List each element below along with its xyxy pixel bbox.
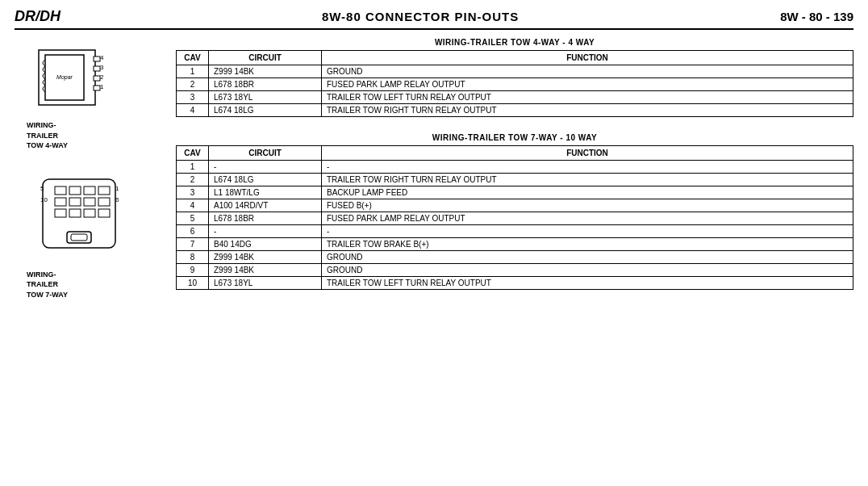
cell-circuit: L674 18LG (209, 174, 322, 186)
table1-title: WIRING-TRAILER TOW 4-WAY - 4 WAY (176, 38, 853, 47)
cell-function: TRAILER TOW RIGHT TURN RELAY OUTPUT (322, 104, 853, 117)
cell-function: TRAILER TOW LEFT TURN RELAY OUTPUT (322, 277, 853, 290)
cell-cav: 7 (177, 238, 209, 251)
table1-section: WIRING-TRAILER TOW 4-WAY - 4 WAY CAV CIR… (176, 38, 853, 117)
cell-circuit: Z999 14BK (209, 65, 322, 78)
svg-rect-21 (69, 209, 81, 217)
table-row: 10 L673 18YL TRAILER TOW LEFT TURN RELAY… (177, 277, 853, 290)
cell-cav: 4 (177, 104, 209, 117)
svg-rect-12 (55, 186, 66, 195)
diagram-7way-block: 5 10 1 6 WIRING- TRAILER TOW 7-WAY (15, 175, 160, 300)
cell-circuit: B40 14DG (209, 238, 322, 251)
table1-header-row: CAV CIRCUIT FUNCTION (177, 51, 853, 65)
cell-cav: 3 (177, 91, 209, 104)
header-center: 8W-80 CONNECTOR PIN-OUTS (322, 10, 519, 23)
svg-text:5: 5 (40, 185, 44, 192)
table1-col-cav: CAV (177, 51, 209, 65)
diagram2-line1: WIRING- (27, 270, 160, 280)
table-row: 4 A100 14RD/VT FUSED B(+) (177, 199, 853, 212)
table1-body: 1 Z999 14BK GROUND 2 L678 18BR FUSED PAR… (177, 65, 853, 117)
table1-col-function: FUNCTION (322, 51, 853, 65)
connector-4way-svg: Mopar 4 3 2 1 (23, 42, 160, 116)
svg-text:1: 1 (115, 185, 119, 192)
table-row: 8 Z999 14BK GROUND (177, 251, 853, 264)
table-row: 6 - - (177, 225, 853, 238)
diagram1-line1: WIRING- (27, 120, 160, 131)
table1-col-circuit: CIRCUIT (209, 51, 322, 65)
cell-function: FUSED B(+) (322, 199, 853, 212)
cell-circuit: Z999 14BK (209, 264, 322, 277)
header-page: 8W - 80 - 139 (780, 10, 853, 23)
table-row: 2 L678 18BR FUSED PARK LAMP RELAY OUTPUT (177, 78, 853, 91)
svg-rect-16 (55, 198, 66, 206)
connector-7way-svg: 5 10 1 6 (23, 175, 160, 266)
diagram1-line2: TRAILER (27, 131, 160, 141)
cell-circuit: L674 18LG (209, 104, 322, 117)
svg-rect-23 (98, 209, 110, 217)
table-row: 1 Z999 14BK GROUND (177, 65, 853, 78)
svg-text:3: 3 (100, 64, 104, 71)
cell-circuit: - (209, 225, 322, 238)
cell-function: GROUND (322, 65, 853, 78)
cell-cav: 4 (177, 199, 209, 212)
table2-section: WIRING-TRAILER TOW 7-WAY - 10 WAY CAV CI… (176, 133, 853, 290)
table-row: 3 L673 18YL TRAILER TOW LEFT TURN RELAY … (177, 91, 853, 104)
svg-rect-15 (98, 186, 110, 195)
cell-function: TRAILER TOW RIGHT TURN RELAY OUTPUT (322, 174, 853, 186)
cell-function: TRAILER TOW BRAKE B(+) (322, 238, 853, 251)
svg-text:2: 2 (100, 73, 104, 81)
tables-column: WIRING-TRAILER TOW 4-WAY - 4 WAY CAV CIR… (176, 38, 853, 325)
svg-rect-13 (69, 186, 81, 195)
cell-function: FUSED PARK LAMP RELAY OUTPUT (322, 78, 853, 91)
diagram1-line3: TOW 4-WAY (27, 140, 160, 151)
diagram-4way-block: Mopar 4 3 2 1 WIRING- TRA (15, 42, 160, 151)
cell-function: - (322, 161, 853, 174)
svg-rect-8 (94, 66, 100, 71)
main-content: Mopar 4 3 2 1 WIRING- TRA (15, 38, 853, 325)
svg-text:1: 1 (100, 83, 104, 90)
diagram-7way-label: WIRING- TRAILER TOW 7-WAY (27, 270, 160, 300)
cell-cav: 5 (177, 212, 209, 225)
table-row: 1 - - (177, 161, 853, 174)
cell-circuit: L1 18WT/LG (209, 186, 322, 199)
cell-circuit: L678 18BR (209, 78, 322, 91)
svg-rect-22 (84, 209, 95, 217)
svg-rect-9 (94, 76, 100, 81)
table2-col-circuit: CIRCUIT (209, 146, 322, 161)
svg-rect-20 (55, 209, 66, 217)
svg-rect-19 (98, 198, 110, 206)
cell-cav: 6 (177, 225, 209, 238)
svg-text:6: 6 (115, 196, 119, 203)
cell-cav: 3 (177, 186, 209, 199)
header-title: 8W-80 CONNECTOR PIN-OUTS (322, 10, 519, 23)
table1: CAV CIRCUIT FUNCTION 1 Z999 14BK GROUND … (176, 50, 853, 117)
cell-circuit: L673 18YL (209, 91, 322, 104)
svg-rect-14 (84, 186, 95, 195)
svg-text:4: 4 (100, 54, 104, 61)
header: DR/DH 8W-80 CONNECTOR PIN-OUTS 8W - 80 -… (15, 8, 853, 30)
cell-function: GROUND (322, 251, 853, 264)
diagram2-line2: TRAILER (27, 279, 160, 290)
table2-col-function: FUNCTION (322, 146, 853, 161)
page: DR/DH 8W-80 CONNECTOR PIN-OUTS 8W - 80 -… (0, 0, 868, 486)
cell-function: BACKUP LAMP FEED (322, 186, 853, 199)
table-row: 4 L674 18LG TRAILER TOW RIGHT TURN RELAY… (177, 104, 853, 117)
cell-function: TRAILER TOW LEFT TURN RELAY OUTPUT (322, 91, 853, 104)
table-row: 2 L674 18LG TRAILER TOW RIGHT TURN RELAY… (177, 174, 853, 186)
table2-title: WIRING-TRAILER TOW 7-WAY - 10 WAY (176, 133, 853, 142)
cell-circuit: A100 14RD/VT (209, 199, 322, 212)
cell-cav: 1 (177, 161, 209, 174)
svg-rect-10 (94, 86, 100, 90)
svg-rect-25 (71, 234, 87, 241)
header-left: DR/DH (15, 8, 61, 25)
svg-rect-17 (69, 198, 81, 206)
table2: CAV CIRCUIT FUNCTION 1 - - 2 L674 18LG T… (176, 145, 853, 290)
cell-cav: 1 (177, 65, 209, 78)
table2-header-row: CAV CIRCUIT FUNCTION (177, 146, 853, 161)
svg-rect-7 (94, 57, 100, 61)
cell-function: FUSED PARK LAMP RELAY OUTPUT (322, 212, 853, 225)
table-row: 5 L678 18BR FUSED PARK LAMP RELAY OUTPUT (177, 212, 853, 225)
table-row: 9 Z999 14BK GROUND (177, 264, 853, 277)
diagram-4way-label: WIRING- TRAILER TOW 4-WAY (27, 120, 160, 151)
cell-cav: 2 (177, 78, 209, 91)
